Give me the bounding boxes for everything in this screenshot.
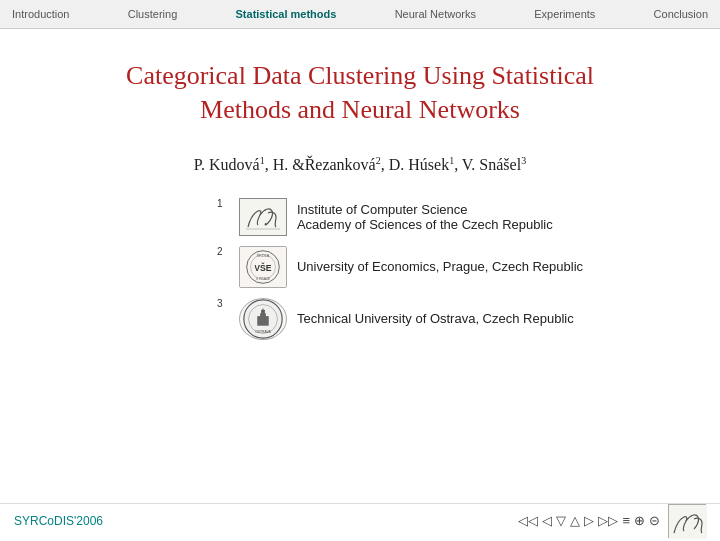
menu-icon[interactable]: ≡ (622, 513, 630, 528)
affiliation-3: 3 OSTRAVA Technical University of (217, 298, 574, 340)
main-content: Categorical Data Clustering Using Statis… (0, 29, 720, 541)
zoom-in-icon[interactable]: ⊕ (634, 513, 645, 528)
nav-arrows: ◁◁ ◁ ▽ △ ▷ ▷▷ ≡ ⊕ ⊝ (518, 513, 660, 528)
affiliation-2-logo: VŠE ŠKOLA V PRAZE (239, 246, 287, 288)
navigation-bar: Introduction Clustering Statistical meth… (0, 0, 720, 29)
nav-item-introduction[interactable]: Introduction (4, 8, 77, 20)
svg-rect-14 (261, 310, 265, 311)
svg-text:ŠKOLA: ŠKOLA (257, 253, 270, 258)
bottom-right: ◁◁ ◁ ▽ △ ▷ ▷▷ ≡ ⊕ ⊝ (518, 504, 706, 538)
zoom-out-icon[interactable]: ⊝ (649, 513, 660, 528)
title-block: Categorical Data Clustering Using Statis… (126, 59, 594, 127)
bottom-bar: SYRCoDIS'2006 ◁◁ ◁ ▽ △ ▷ ▷▷ ≡ ⊕ ⊝ (0, 503, 720, 541)
affiliation-1-logo (239, 198, 287, 236)
nav-item-clustering[interactable]: Clustering (120, 8, 186, 20)
authors-line: P. Kudová1, H. &Řezanková2, D. Húsek1, V… (194, 155, 526, 174)
svg-rect-0 (240, 199, 286, 235)
affiliation-3-text: Technical University of Ostrava, Czech R… (297, 311, 574, 326)
nav-item-neural-networks[interactable]: Neural Networks (387, 8, 484, 20)
conference-label: SYRCoDIS'2006 (14, 514, 103, 528)
affiliation-1: 1 Institute of Computer Science Academy … (217, 198, 553, 236)
nav-item-experiments[interactable]: Experiments (526, 8, 603, 20)
arrow-prev-prev[interactable]: ◁◁ (518, 513, 538, 528)
svg-text:VŠE: VŠE (254, 262, 271, 273)
affiliation-2-text: University of Economics, Prague, Czech R… (297, 259, 583, 274)
svg-rect-10 (257, 316, 269, 326)
arrow-down[interactable]: △ (570, 513, 580, 528)
nav-item-conclusion[interactable]: Conclusion (646, 8, 716, 20)
svg-text:OSTRAVA: OSTRAVA (255, 330, 271, 334)
affiliation-3-logo: OSTRAVA (239, 298, 287, 340)
nav-item-statistical-methods[interactable]: Statistical methods (228, 8, 345, 20)
affiliations-block: 1 Institute of Computer Science Academy … (217, 198, 583, 340)
arrow-prev[interactable]: ◁ (542, 513, 552, 528)
arrow-next-next[interactable]: ▷▷ (598, 513, 618, 528)
main-title: Categorical Data Clustering Using Statis… (126, 59, 594, 127)
svg-text:V PRAZE: V PRAZE (256, 277, 271, 281)
bottom-logo (668, 504, 706, 538)
affiliation-2: 2 VŠE ŠKOLA V PRAZE University of Econom… (217, 246, 583, 288)
arrow-next[interactable]: ▷ (584, 513, 594, 528)
arrow-up[interactable]: ▽ (556, 513, 566, 528)
affiliation-1-text: Institute of Computer Science Academy of… (297, 202, 553, 232)
svg-rect-16 (669, 505, 707, 539)
